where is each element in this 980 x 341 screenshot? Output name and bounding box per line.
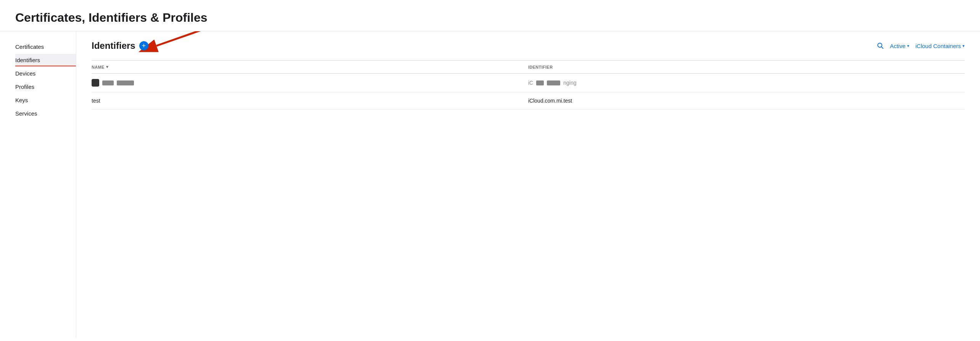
table-row[interactable]: test iCloud.com.mi.test	[92, 92, 965, 109]
row1-name-cell	[92, 79, 528, 87]
content-area: Certificates Identifiers Devices Profile…	[0, 31, 980, 338]
main-header: Identifiers + Active ▾ iCloud Containers…	[92, 40, 965, 51]
section-title: Identifiers	[92, 40, 135, 51]
redacted-id-2	[547, 80, 560, 85]
add-identifier-button[interactable]: +	[139, 41, 148, 50]
row1-identifier-cell: iC nging	[528, 79, 965, 87]
search-button[interactable]	[877, 42, 884, 49]
sidebar-item-identifiers[interactable]: Identifiers	[15, 54, 76, 66]
sidebar-item-profiles[interactable]: Profiles	[15, 80, 76, 93]
search-icon	[877, 42, 884, 49]
page-title: Certificates, Identifiers & Profiles	[15, 11, 965, 25]
redacted-text-2	[117, 80, 134, 85]
table-header: NAME ▾ IDENTIFIER	[92, 61, 965, 74]
sidebar-item-keys[interactable]: Keys	[15, 94, 76, 106]
svg-line-3	[882, 47, 883, 48]
table-row[interactable]: iC nging	[92, 74, 965, 92]
redacted-id-1	[536, 80, 544, 85]
main-header-right: Active ▾ iCloud Containers ▾	[877, 42, 965, 49]
main-header-left: Identifiers +	[92, 40, 148, 51]
row2-name: test	[92, 98, 100, 104]
table-container: NAME ▾ IDENTIFIER iC nging	[92, 60, 965, 109]
type-filter-chevron: ▾	[962, 43, 965, 48]
sidebar: Certificates Identifiers Devices Profile…	[0, 31, 76, 338]
column-header-name[interactable]: NAME ▾	[92, 64, 528, 69]
active-filter-chevron: ▾	[907, 43, 909, 48]
sidebar-item-services[interactable]: Services	[15, 107, 76, 120]
active-filter-label: Active	[890, 43, 906, 49]
page-header: Certificates, Identifiers & Profiles	[0, 0, 980, 31]
row2-name-cell: test	[92, 98, 528, 104]
type-filter-button[interactable]: iCloud Containers ▾	[916, 43, 965, 49]
column-header-identifier: IDENTIFIER	[528, 64, 965, 69]
sidebar-item-certificates[interactable]: Certificates	[15, 40, 76, 53]
app-icon	[92, 79, 99, 87]
redacted-text-1	[102, 80, 114, 85]
row2-identifier-cell: iCloud.com.mi.test	[528, 98, 965, 104]
row2-identifier: iCloud.com.mi.test	[528, 98, 572, 104]
sidebar-item-devices[interactable]: Devices	[15, 67, 76, 80]
main-content: Identifiers + Active ▾ iCloud Containers…	[76, 31, 980, 338]
active-filter-button[interactable]: Active ▾	[890, 43, 909, 49]
type-filter-label: iCloud Containers	[916, 43, 961, 49]
